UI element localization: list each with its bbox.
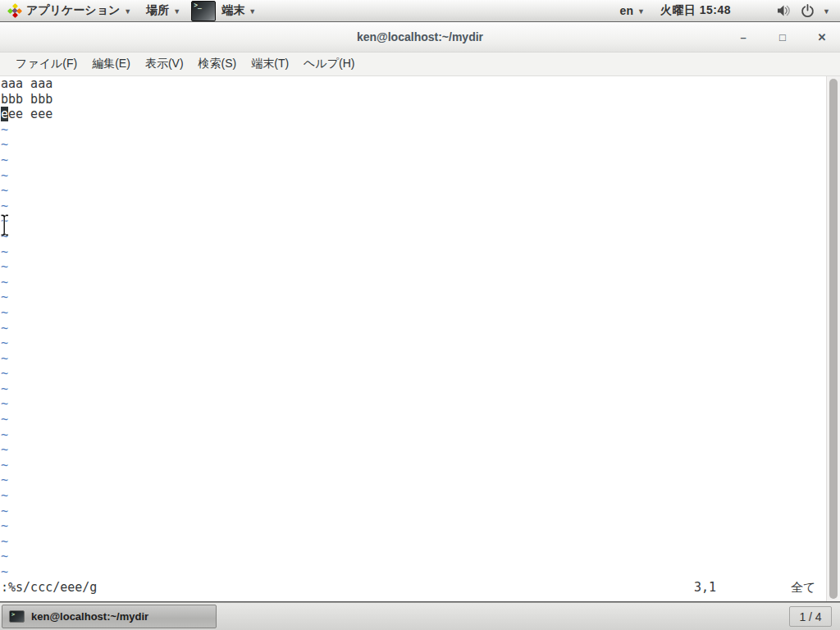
text-cursor-pointer [0, 214, 9, 236]
vim-editor-area[interactable]: aaa aaa bbb bbb eee eee ~~~~~~~~~~~~~~~~… [0, 76, 840, 601]
chevron-down-icon: ▼ [637, 7, 645, 16]
vim-tilde-line: ~ [1, 564, 840, 580]
window-list-panel: ken@localhost:~/mydir 1 / 4 [0, 602, 840, 630]
menu-terminal[interactable]: 端末(T) [244, 54, 296, 74]
buffer-line: bbb bbb [1, 92, 840, 107]
maximize-button[interactable]: □ [771, 27, 794, 47]
menu-search[interactable]: 検索(S) [191, 54, 244, 74]
buffer-line: aaa aaa [1, 76, 840, 92]
buffer-line-with-cursor: eee eee [1, 107, 840, 122]
vim-tilde-line: ~ [1, 137, 840, 153]
vim-tilde-line: ~ [1, 412, 840, 427]
vim-tilde-line: ~ [1, 458, 840, 473]
menu-file[interactable]: ファイル(F) [8, 54, 84, 74]
vim-tilde-line: ~ [1, 366, 840, 381]
vim-tilde-line: ~ [1, 427, 840, 443]
scrollbar-thumb[interactable] [829, 79, 838, 599]
applications-icon [7, 3, 22, 18]
vim-tilde-line: ~ [1, 534, 840, 550]
vim-tilde-line: ~ [1, 351, 840, 367]
window-title: ken@localhost:~/mydir [357, 30, 483, 43]
vim-tilde-line: ~ [1, 183, 840, 199]
terminal-window-icon [9, 610, 25, 623]
vim-tilde-line: ~ [1, 199, 840, 214]
vim-tilde-line: ~ [1, 122, 840, 138]
power-icon [801, 4, 815, 18]
taskbar-window-label: ken@localhost:~/mydir [31, 610, 148, 623]
menu-view[interactable]: 表示(V) [138, 54, 191, 74]
chevron-down-icon: ▼ [173, 7, 180, 16]
vim-empty-lines: ~~~~~~~~~~~~~~~~~~~~~~~~~~~~~~ [1, 122, 840, 580]
vim-tilde-line: ~ [1, 153, 840, 168]
clock[interactable]: 火曜日 15:48 [652, 3, 739, 18]
workspace-switcher[interactable]: 1 / 4 [789, 606, 832, 627]
terminal-window: ken@localhost:~/mydir – □ ✕ ファイル(F) 編集(E… [0, 22, 840, 602]
vim-tilde-line: ~ [1, 504, 840, 519]
vim-tilde-line: ~ [1, 396, 840, 412]
keyboard-layout-indicator[interactable]: en ▼ [613, 0, 652, 21]
places-menu[interactable]: 場所 ▼ [139, 0, 188, 21]
system-status-area[interactable]: ▼ [739, 4, 840, 18]
vim-tilde-line: ~ [1, 275, 840, 290]
keyboard-layout-label: en [620, 4, 633, 17]
vim-tilde-line: ~ [1, 229, 840, 244]
minimize-button[interactable]: – [732, 27, 755, 47]
vim-tilde-line: ~ [1, 244, 840, 260]
desktop-top-panel: アプリケーション ▼ 場所 ▼ 端末 ▼ en ▼ 火曜日 15:48 ▼ [0, 0, 840, 22]
places-menu-label: 場所 [146, 3, 169, 18]
terminal-app-icon [191, 1, 216, 21]
chevron-down-icon: ▼ [249, 7, 256, 16]
vim-tilde-line: ~ [1, 442, 840, 458]
buffer-line-rest: ee eee [8, 107, 52, 121]
vim-tilde-line: ~ [1, 305, 840, 321]
vim-command-line: :%s/ccc/eee/g [1, 580, 97, 596]
volume-icon [777, 4, 792, 17]
vim-scroll-position: 全て [791, 580, 815, 596]
vim-tilde-line: ~ [1, 213, 840, 229]
menu-help[interactable]: ヘルプ(H) [296, 54, 362, 74]
vim-block-cursor: e [1, 107, 8, 121]
chevron-down-icon: ▼ [124, 7, 131, 16]
vim-ruler: 3,1 [694, 580, 716, 596]
panel-right-area: en ▼ 火曜日 15:48 ▼ [613, 0, 840, 21]
terminal-menubar: ファイル(F) 編集(E) 表示(V) 検索(S) 端末(T) ヘルプ(H) [0, 52, 840, 76]
menu-edit[interactable]: 編集(E) [84, 54, 138, 74]
applications-menu-label: アプリケーション [26, 3, 120, 18]
vim-tilde-line: ~ [1, 290, 840, 305]
applications-menu[interactable]: アプリケーション ▼ [0, 0, 139, 21]
scrollbar[interactable] [826, 76, 840, 601]
vim-tilde-line: ~ [1, 549, 840, 564]
vim-tilde-line: ~ [1, 472, 840, 488]
vim-tilde-line: ~ [1, 168, 840, 184]
active-app-menu[interactable]: 端末 ▼ [188, 0, 263, 21]
close-button[interactable]: ✕ [810, 27, 833, 47]
vim-tilde-line: ~ [1, 488, 840, 504]
taskbar-window-button[interactable]: ken@localhost:~/mydir [2, 605, 217, 628]
vim-tilde-line: ~ [1, 321, 840, 336]
chevron-down-icon: ▼ [823, 7, 830, 16]
vim-tilde-line: ~ [1, 336, 840, 351]
window-controls: – □ ✕ [732, 22, 833, 52]
window-titlebar[interactable]: ken@localhost:~/mydir – □ ✕ [0, 22, 840, 52]
vim-tilde-line: ~ [1, 518, 840, 534]
active-app-menu-label: 端末 [221, 3, 244, 18]
vim-tilde-line: ~ [1, 259, 840, 275]
vim-tilde-line: ~ [1, 381, 840, 397]
